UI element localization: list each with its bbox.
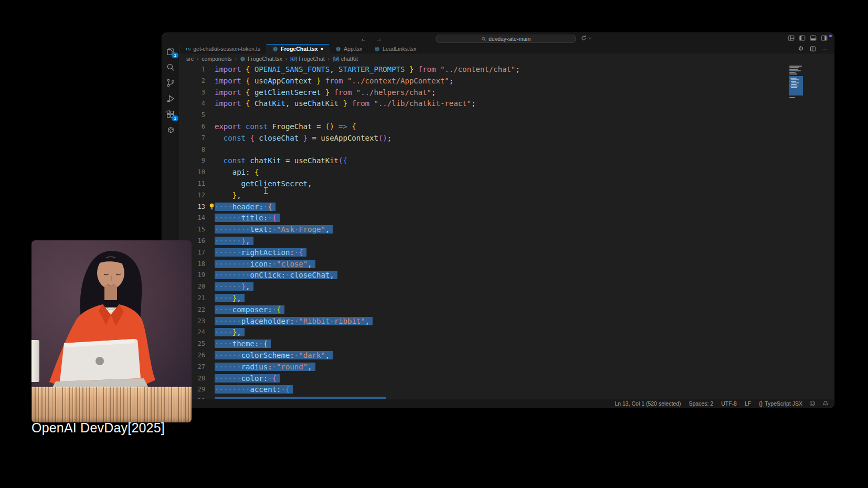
activity-bar-search[interactable] [164, 62, 177, 72]
layout-grid-icon[interactable] [788, 35, 795, 41]
code-line[interactable]: 26······colorScheme:·"dark", [179, 350, 834, 362]
sidebar-right-icon[interactable] [821, 35, 828, 41]
code-line[interactable]: 5 [179, 110, 834, 121]
stage: ← → devday-site-main [0, 0, 868, 488]
selection-highlight: ········icon:·"close", [215, 260, 315, 268]
status-label: LF [745, 400, 751, 407]
code-line[interactable]: 1import { OPENAI_SANS_FONTS, STARTER_PRO… [179, 64, 834, 76]
search-input[interactable]: devday-site-main [436, 35, 576, 43]
code-line[interactable]: 9 const chatKit = useChatKit({ [179, 155, 834, 167]
activity-bar-extensions[interactable]: 1 [164, 109, 177, 120]
minimap[interactable] [789, 65, 803, 99]
line-content: ······}, [205, 281, 253, 293]
code-line[interactable]: 4import { ChatKit, useChatKit } from "..… [179, 98, 834, 110]
code-line[interactable]: 22····composer:·{ [179, 304, 834, 316]
activity-bar-source-control[interactable] [164, 78, 177, 88]
breadcrumb-item-FrogeChat.tsx[interactable]: FrogeChat.tsx [240, 56, 282, 62]
panel-bottom-icon[interactable] [810, 35, 817, 41]
breadcrumb-label: components [202, 56, 231, 62]
code-area: 1import { OPENAI_SANS_FONTS, STARTER_PRO… [179, 64, 834, 399]
code-line[interactable]: 7 const { closeChat } = useAppContext(); [179, 133, 834, 144]
window-body: 11 TSget-chatkit-session-token.tsFrogeCh… [162, 44, 834, 399]
code-line[interactable]: 17······rightAction:·{ [179, 247, 834, 259]
line-number: 6 [179, 121, 205, 133]
line-content: ········icon:·"close", [205, 259, 315, 270]
code-line[interactable]: 13····header:·{ [179, 201, 834, 213]
code-line[interactable]: 18········icon:·"close", [179, 259, 834, 270]
history-back-icon[interactable]: ← [361, 35, 367, 43]
openai-logo-icon[interactable] [798, 46, 804, 52]
breadcrumb-label: FrogeChat [299, 56, 325, 62]
notifications-bell-icon[interactable] [822, 400, 829, 407]
debug-play-icon [166, 94, 175, 103]
line-content: import { OPENAI_SANS_FONTS, STARTER_PROM… [205, 64, 520, 76]
code-line[interactable]: 14······title:·{ [179, 213, 834, 224]
tab-LeadLinks.tsx[interactable]: LeadLinks.tsx [368, 44, 422, 54]
code-line[interactable]: 27······radius:·"round", [179, 362, 834, 373]
selection-highlight: ······}, [215, 237, 253, 245]
code-line[interactable]: 6export const FrogeChat = () => { [179, 121, 834, 133]
code-line[interactable]: 28······color:·{ [179, 373, 834, 385]
breadcrumb-item-FrogeChat[interactable]: [@]FrogeChat [290, 56, 324, 62]
code-line[interactable]: 24····}, [179, 327, 834, 338]
code-line[interactable]: 21····}, [179, 293, 834, 304]
breadcrumb-label: src [186, 56, 194, 62]
tab-get-chatkit-session-token.ts[interactable]: TSget-chatkit-session-token.ts [179, 44, 267, 54]
tab-label: get-chatkit-session-token.ts [193, 46, 260, 52]
split-editor-icon[interactable] [810, 46, 816, 52]
breadcrumb-item-components[interactable]: components [202, 56, 231, 62]
badge: 1 [172, 52, 178, 58]
activity-bar-explorer[interactable]: 1 [164, 46, 177, 57]
code-line[interactable]: 15········text:·"Ask·Froge", [179, 224, 834, 236]
line-content: ······}, [205, 236, 253, 247]
code-line[interactable]: 20······}, [179, 281, 834, 293]
line-number: 12 [179, 190, 205, 201]
sync-branch-icon[interactable] [581, 35, 591, 41]
code-line[interactable]: 10 api: { [179, 167, 834, 178]
line-number: 4 [179, 98, 205, 110]
sidebar-left-icon[interactable] [799, 35, 806, 41]
text-cursor-pointer [263, 187, 268, 194]
status-eol[interactable]: LF [745, 400, 751, 407]
selection-highlight: ····header:·{ [215, 203, 276, 211]
code-line[interactable]: 29········accent:·{ [179, 384, 834, 396]
lightbulb-icon[interactable] [209, 203, 215, 210]
code-line[interactable]: 12 }, [179, 190, 834, 201]
code-line[interactable]: 3import { getClientSecret } from "../hel… [179, 87, 834, 99]
history-forward-icon[interactable]: → [376, 35, 382, 43]
breadcrumb-item-src[interactable]: src [186, 56, 194, 62]
selection-highlight: ········accent:·{ [215, 385, 293, 394]
editor[interactable]: 1import { OPENAI_SANS_FONTS, STARTER_PRO… [179, 64, 834, 399]
selection-highlight: ······radius:·"round", [215, 363, 315, 371]
activity-bar-run-debug[interactable] [164, 93, 177, 104]
tab-label: App.tsx [344, 46, 362, 52]
code-line[interactable]: 25····theme:·{ [179, 338, 834, 350]
status-indentation[interactable]: Spaces: 2 [689, 400, 713, 407]
feedback-smiley-icon[interactable] [809, 400, 816, 407]
status-encoding[interactable]: UTF-8 [721, 400, 737, 407]
symbol-icon: [@] [290, 56, 297, 61]
more-actions-icon[interactable]: ⋯ [822, 46, 828, 52]
modified-dot-icon[interactable]: ● [321, 47, 323, 51]
tab-App.tsx[interactable]: App.tsx [330, 44, 368, 54]
line-content: ········onClick:·closeChat, [205, 270, 337, 281]
code-line[interactable]: 16······}, [179, 236, 834, 247]
breadcrumb-separator: › [285, 56, 287, 62]
status-language-mode[interactable]: {}TypeScript JSX [759, 400, 802, 407]
code-line[interactable]: 19········onClick:·closeChat, [179, 270, 834, 281]
tab-label: LeadLinks.tsx [383, 46, 416, 52]
code-line[interactable]: 2import { useAppContext } from "../conte… [179, 76, 834, 87]
tab-bar: TSget-chatkit-session-token.tsFrogeChat.… [179, 44, 834, 54]
react-file-icon [335, 46, 341, 52]
status-cursor-position[interactable]: Ln 13, Col 1 (520 selected) [615, 400, 681, 407]
breadcrumb-item-chatKit[interactable]: [@]chatKit [333, 56, 358, 62]
activity-bar-openai-codex[interactable] [164, 125, 177, 135]
line-number: 11 [179, 178, 205, 190]
code-line[interactable]: 8 [179, 144, 834, 156]
code-line[interactable]: 23······placeholder:·"Ribbit·ribbit", [179, 316, 834, 327]
react-file-icon [240, 56, 246, 62]
selection-highlight: ······color:·{ [215, 374, 280, 383]
line-number: 14 [179, 213, 205, 224]
tab-FrogeChat.tsx[interactable]: FrogeChat.tsx● [267, 44, 330, 54]
code-line[interactable]: 11 getClientSecret, [179, 178, 834, 190]
